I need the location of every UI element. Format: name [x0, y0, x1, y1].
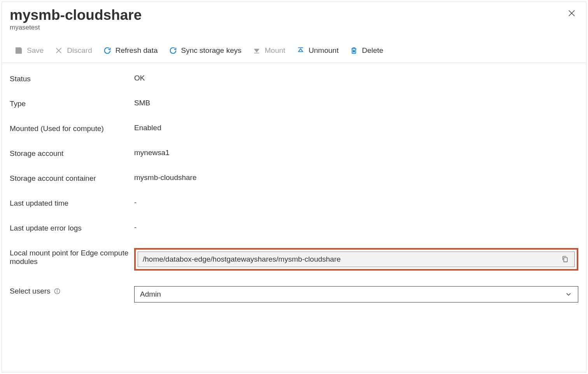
discard-button: Discard	[50, 44, 96, 57]
info-icon[interactable]	[54, 288, 61, 295]
mount-point-highlight	[134, 248, 578, 271]
last-error-label: Last update error logs	[10, 223, 134, 232]
refresh-label: Refresh data	[116, 46, 158, 55]
title-block: mysmb-cloudshare myasetest	[10, 7, 142, 31]
delete-label: Delete	[362, 46, 383, 55]
close-icon	[567, 13, 576, 19]
last-updated-label: Last updated time	[10, 198, 134, 208]
discard-icon	[54, 46, 63, 55]
mount-point-label: Local mount point for Edge compute modul…	[10, 248, 134, 266]
select-users-value: Admin	[140, 290, 161, 299]
storage-account-label: Storage account	[10, 149, 134, 158]
mount-point-input[interactable]	[143, 255, 560, 264]
select-users-wrapper: Admin	[134, 286, 578, 302]
sync-label: Sync storage keys	[181, 46, 242, 55]
last-updated-row: Last updated time -	[10, 198, 578, 208]
close-button[interactable]	[565, 7, 578, 21]
storage-account-row: Storage account mynewsa1	[10, 149, 578, 158]
discard-label: Discard	[67, 46, 92, 55]
mount-point-field	[138, 252, 575, 267]
status-label: Status	[10, 74, 134, 83]
toolbar: Save Discard Refresh data Sync storage k…	[2, 40, 586, 63]
mounted-value: Enabled	[134, 124, 578, 132]
last-error-row: Last update error logs -	[10, 223, 578, 232]
mount-label: Mount	[265, 46, 285, 55]
storage-container-label: Storage account container	[10, 173, 134, 183]
sync-icon	[169, 46, 177, 55]
type-row: Type SMB	[10, 99, 578, 108]
last-error-value: -	[134, 223, 578, 232]
select-users-label: Select users	[10, 287, 51, 295]
unmount-icon	[296, 46, 305, 55]
svg-rect-9	[564, 258, 567, 262]
mounted-label: Mounted (Used for compute)	[10, 124, 134, 133]
page-title: mysmb-cloudshare	[10, 7, 142, 24]
type-value: SMB	[134, 99, 578, 107]
sync-button[interactable]: Sync storage keys	[164, 44, 246, 57]
chevron-down-icon	[565, 290, 572, 298]
storage-container-row: Storage account container mysmb-cloudsha…	[10, 173, 578, 183]
save-button: Save	[10, 44, 48, 57]
refresh-icon	[103, 46, 112, 55]
status-value: OK	[134, 74, 578, 82]
content: Status OK Type SMB Mounted (Used for com…	[2, 63, 586, 329]
mount-button: Mount	[248, 44, 290, 57]
status-row: Status OK	[10, 74, 578, 83]
type-label: Type	[10, 99, 134, 108]
mount-icon	[252, 46, 261, 55]
refresh-button[interactable]: Refresh data	[98, 44, 163, 57]
select-users-dropdown[interactable]: Admin	[134, 286, 578, 302]
copy-icon	[561, 255, 569, 264]
unmount-button[interactable]: Unmount	[292, 44, 343, 57]
header: mysmb-cloudshare myasetest	[2, 2, 586, 33]
last-updated-value: -	[134, 198, 578, 207]
select-users-label-wrap: Select users	[10, 286, 134, 295]
storage-container-value: mysmb-cloudshare	[134, 173, 578, 182]
storage-account-value: mynewsa1	[134, 149, 578, 157]
delete-icon	[350, 46, 358, 55]
page-subtitle: myasetest	[10, 24, 142, 31]
copy-button[interactable]	[560, 254, 570, 265]
save-label: Save	[27, 46, 44, 55]
share-details-panel: mysmb-cloudshare myasetest Save Discard	[2, 2, 586, 372]
delete-button[interactable]: Delete	[345, 44, 388, 57]
select-users-row: Select users Admin	[10, 286, 578, 302]
mounted-row: Mounted (Used for compute) Enabled	[10, 124, 578, 133]
unmount-label: Unmount	[309, 46, 339, 55]
save-icon	[14, 46, 23, 55]
svg-point-12	[57, 290, 57, 290]
mount-point-row: Local mount point for Edge compute modul…	[10, 248, 578, 271]
